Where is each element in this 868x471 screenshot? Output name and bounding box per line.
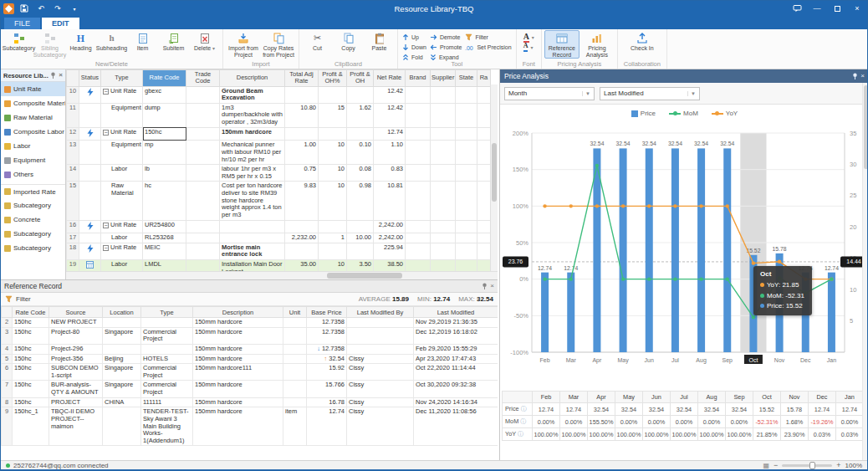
subitem-button[interactable]: Subitem: [158, 30, 189, 52]
info-icon[interactable]: ⓘ: [521, 406, 527, 412]
sidebar-item-subcategory[interactable]: Subcategory: [1, 227, 65, 241]
check-in-button[interactable]: Check In: [625, 30, 660, 52]
column-header-source[interactable]: Source: [49, 307, 103, 318]
sidebar-item-unit-rate[interactable]: Unit Rate: [1, 82, 65, 96]
grid-row-15[interactable]: 15Raw MaterialhcCost per ton hardcore de…: [67, 182, 491, 220]
reference-row-4[interactable]: 4150hcProject-296150mm hardcore↓12.7358F…: [2, 344, 498, 354]
price-table-row-price[interactable]: Price ⓘ12.7412.7432.5432.5432.5432.5432.…: [503, 403, 864, 416]
grid-row-12[interactable]: 12−Unit Rate150hc150mm hardcore12.74: [67, 127, 491, 141]
item-button[interactable]: Item: [127, 30, 158, 52]
subcategory-button[interactable]: Subcategory: [3, 30, 34, 52]
sibling-subcategory-button[interactable]: Sibling Subcategory: [34, 30, 65, 58]
grid-vertical-scrollbar[interactable]: [490, 84, 498, 271]
column-header-type[interactable]: Type: [101, 70, 143, 87]
grid-row-14[interactable]: 14Laborlblabour 1hr per m3 x RM5 per hr …: [67, 165, 491, 182]
set-precision-button[interactable]: .00Set Precision: [463, 43, 513, 52]
quick-access-dropdown-icon[interactable]: ▾: [68, 2, 81, 15]
tab-file[interactable]: FILE: [4, 18, 40, 29]
column-header-rate-code[interactable]: Rate Code: [143, 70, 186, 87]
period-select[interactable]: Month▼: [504, 87, 595, 100]
zoom-out-button[interactable]: −: [774, 462, 778, 469]
reference-record-button[interactable]: Reference Record: [544, 30, 580, 59]
sidebar-item-others[interactable]: Others: [1, 167, 65, 182]
demote-button[interactable]: Demote: [428, 33, 463, 42]
pin-icon[interactable]: [482, 283, 488, 289]
month-header-sep[interactable]: Sep: [726, 392, 753, 403]
subheading-button[interactable]: h Subheading: [96, 30, 127, 52]
fit-view-icon[interactable]: ▦: [763, 462, 769, 469]
month-header-nov[interactable]: Nov: [781, 392, 809, 403]
heading-button[interactable]: H Heading: [65, 30, 96, 52]
column-header-ra[interactable]: Ra: [477, 70, 491, 87]
close-panel-icon[interactable]: ×: [860, 73, 865, 79]
pricing-analysis-button[interactable]: Pricing Analysis: [580, 30, 615, 58]
zoom-in-button[interactable]: +: [836, 462, 840, 469]
font-color-button[interactable]: A▾: [522, 33, 536, 42]
grid-row-13[interactable]: 13EquipmentmpMechanical punner with labo…: [67, 141, 491, 165]
legend-price[interactable]: Price: [631, 110, 656, 117]
close-button[interactable]: ×: [847, 1, 867, 16]
month-header-jun[interactable]: Jun: [643, 392, 671, 403]
column-header-description[interactable]: Description: [193, 307, 283, 318]
minimize-button[interactable]: —: [807, 1, 827, 16]
reference-row-7[interactable]: 7150hcBUR-analysis-QTY & AMOUNTSingapore…: [2, 381, 498, 397]
pin-icon[interactable]: [50, 72, 56, 79]
cut-button[interactable]: ✂ Cut: [302, 30, 333, 52]
column-header-state[interactable]: State: [456, 70, 477, 87]
zoom-slider[interactable]: [782, 464, 832, 467]
column-header-total-adj-rate[interactable]: Total Adj Rate: [285, 70, 319, 87]
month-header-may[interactable]: May: [615, 392, 643, 403]
sidebar-item-subcategory[interactable]: Subcategory: [1, 198, 65, 212]
collapse-icon[interactable]: −: [103, 245, 109, 251]
column-header-rownum[interactable]: [67, 70, 79, 87]
info-icon[interactable]: ⓘ: [520, 418, 526, 424]
month-header-oct[interactable]: Oct: [753, 392, 781, 403]
reference-row-2[interactable]: 2150hcNEW PROJECT150mm hardcore12.7358No…: [2, 318, 498, 328]
column-header-base-price[interactable]: Base Price: [307, 307, 347, 318]
column-header-supplier[interactable]: Supplier: [431, 70, 456, 87]
filter-button[interactable]: Filter: [16, 295, 31, 303]
column-header-rate-code[interactable]: Rate Code: [13, 307, 49, 318]
grid-row-11[interactable]: 11Equipmentdump1m3 dumper/backhole with …: [67, 103, 491, 127]
price-table-row-yoy[interactable]: YoY ⓘ100.00%100.00%100.00%100.00%100.00%…: [503, 428, 864, 441]
tab-edit[interactable]: EDIT: [42, 18, 79, 29]
rate-code-cell-selected[interactable]: 150hc: [143, 127, 186, 141]
reference-row-9[interactable]: 9150hc_1TBQC-II DEMO PROJECT--maimonTEND…: [2, 407, 498, 446]
copy-button[interactable]: Copy: [333, 30, 364, 52]
legend-mom[interactable]: MoM: [669, 110, 698, 117]
column-header-last-modified[interactable]: Last Modified: [414, 307, 498, 318]
promote-button[interactable]: Promote: [428, 43, 463, 52]
month-header-jul[interactable]: Jul: [671, 392, 698, 403]
month-header-jan[interactable]: Jan: [836, 392, 864, 403]
font-size-button[interactable]: A▾: [522, 43, 536, 52]
column-header-location[interactable]: Location: [103, 307, 141, 318]
price-table-row-mom[interactable]: MoM ⓘ0.00%0.00%155.50%0.00%0.00%0.00%0.0…: [503, 416, 864, 428]
price-analysis-chart[interactable]: 200%150%100%50%0%-50%-100%35302520151051…: [502, 105, 868, 381]
sidebar-item-imported-rate[interactable]: Imported Rate: [1, 184, 65, 198]
month-header-aug[interactable]: Aug: [698, 392, 726, 403]
maximize-button[interactable]: [827, 1, 847, 16]
grid-horizontal-scrollbar[interactable]: [66, 271, 498, 279]
sidebar-item-composite-labor[interactable]: Composite Labor: [1, 125, 65, 139]
month-header-feb[interactable]: Feb: [533, 392, 560, 403]
column-header-net-rate[interactable]: Net Rate: [374, 70, 406, 87]
import-from-project-button[interactable]: Import from Project: [226, 30, 261, 58]
column-header-unit[interactable]: Unit: [283, 307, 307, 318]
column-header-brand[interactable]: Brand: [406, 70, 431, 87]
reference-row-8[interactable]: 8150hcPROJECTCHINA111111150mm hardcore16…: [2, 397, 498, 407]
collapse-icon[interactable]: −: [103, 130, 109, 136]
copy-rates-from-project-button[interactable]: Copy Rates from Project: [261, 30, 296, 58]
save-icon[interactable]: [18, 2, 31, 15]
sidebar-item-concrete[interactable]: Concrete: [1, 212, 65, 227]
reference-row-6[interactable]: 6150hcSUBCON DEMO 1-scriptSingaporeComme…: [2, 364, 498, 381]
column-header-profit-oh[interactable]: Profit & OH: [347, 70, 374, 87]
collapse-icon[interactable]: −: [103, 223, 109, 228]
redo-icon[interactable]: ↷: [51, 2, 64, 15]
close-panel-icon[interactable]: ×: [490, 283, 494, 289]
grid-row-17[interactable]: 17LaborRL2532682,232.00110.002,242.00: [67, 233, 491, 243]
panel-vertical-scrollbar[interactable]: [862, 83, 868, 460]
paste-button[interactable]: Paste: [364, 30, 395, 52]
sidebar-item-composite-material[interactable]: Composite Material: [1, 96, 65, 110]
column-header-status[interactable]: Status: [79, 70, 101, 87]
up-button[interactable]: Up: [401, 33, 428, 42]
